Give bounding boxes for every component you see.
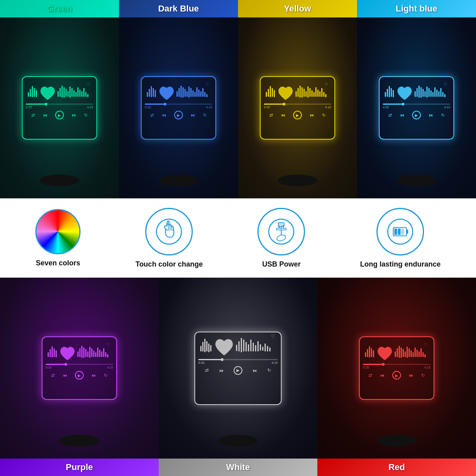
battery-circle bbox=[376, 208, 424, 255]
svg-rect-2 bbox=[32, 86, 33, 97]
svg-rect-28 bbox=[178, 88, 180, 97]
svg-rect-68 bbox=[389, 86, 390, 97]
repeat-icon: ↻ bbox=[104, 373, 107, 378]
svg-rect-31 bbox=[184, 89, 186, 97]
svg-rect-7 bbox=[61, 86, 63, 98]
svg-text:♡: ♡ bbox=[324, 82, 328, 86]
play-button[interactable]: ▶ bbox=[392, 371, 401, 380]
svg-text:♡: ♡ bbox=[106, 342, 110, 347]
play-button[interactable]: ▶ bbox=[55, 111, 64, 119]
svg-rect-69 bbox=[391, 88, 392, 97]
feature-touch: Touch color change bbox=[135, 208, 203, 269]
music-card-light-blue: ♡ 0:20 4:15 ⇄ ⏮ ▶ ⏭ bbox=[379, 76, 454, 140]
svg-rect-133 bbox=[208, 344, 209, 352]
music-card-dark-blue: ♡ 0:20 4:15 ⇄ ⏮ ▶ ⏭ bbox=[141, 76, 216, 140]
svg-text:♡: ♡ bbox=[443, 82, 447, 86]
shuffle-icon: ⇄ bbox=[150, 113, 154, 118]
color-label-light-blue: Light blue bbox=[357, 0, 476, 17]
next-icon: ⏭ bbox=[253, 368, 257, 373]
progress-purple: 0:20 4:15 bbox=[46, 364, 113, 369]
svg-rect-38 bbox=[198, 90, 200, 97]
svg-rect-131 bbox=[204, 339, 205, 352]
top-panels: ♡ 0:20 4:15 ⇄ ⏮ ▶ ⏭ bbox=[0, 17, 476, 198]
svg-rect-111 bbox=[56, 350, 57, 357]
svg-rect-60 bbox=[317, 90, 319, 97]
svg-rect-127 bbox=[107, 354, 108, 357]
svg-rect-117 bbox=[87, 351, 88, 357]
svg-rect-26 bbox=[155, 90, 156, 97]
svg-rect-36 bbox=[194, 92, 196, 97]
controls-green: ⇄ ⏮ ▶ ⏭ ↻ bbox=[26, 111, 93, 119]
next-icon: ⏭ bbox=[409, 373, 413, 378]
svg-rect-34 bbox=[190, 88, 192, 97]
svg-rect-24 bbox=[151, 86, 152, 97]
color-label-red: Red bbox=[317, 459, 476, 476]
lamp-base-purple bbox=[60, 435, 99, 447]
play-button[interactable]: ▶ bbox=[174, 111, 183, 119]
svg-rect-103 bbox=[407, 229, 408, 234]
prev-icon: ⏮ bbox=[281, 113, 285, 117]
repeat-icon: ↻ bbox=[84, 113, 88, 118]
svg-rect-17 bbox=[81, 91, 83, 97]
svg-rect-52 bbox=[301, 87, 303, 98]
svg-rect-167 bbox=[416, 350, 418, 357]
usb-circle: USB bbox=[257, 208, 305, 255]
svg-rect-132 bbox=[206, 341, 207, 351]
svg-rect-44 bbox=[266, 92, 267, 97]
svg-rect-138 bbox=[243, 340, 244, 351]
light-blue-panel: ♡ 0:20 4:15 ⇄ ⏮ ▶ ⏭ bbox=[357, 17, 476, 198]
waveform-yellow: ♡ bbox=[264, 80, 331, 102]
svg-rect-74 bbox=[420, 87, 422, 98]
svg-rect-148 bbox=[267, 346, 268, 351]
svg-rect-145 bbox=[260, 344, 261, 351]
svg-rect-79 bbox=[430, 90, 432, 97]
svg-rect-152 bbox=[367, 349, 368, 357]
svg-rect-144 bbox=[257, 341, 259, 351]
svg-text:♡: ♡ bbox=[205, 82, 209, 86]
svg-rect-67 bbox=[387, 89, 388, 97]
svg-rect-139 bbox=[246, 342, 247, 351]
svg-rect-135 bbox=[236, 345, 237, 351]
music-card-red: ♡ 0:20 4:15 ⇄ ⏮ ▶ ⏭ bbox=[359, 336, 434, 400]
play-button[interactable]: ▶ bbox=[234, 366, 242, 375]
svg-rect-94 bbox=[276, 228, 286, 230]
waveform-green: ♡ bbox=[26, 80, 93, 102]
svg-rect-22 bbox=[147, 92, 148, 97]
play-button[interactable]: ▶ bbox=[412, 111, 421, 119]
svg-rect-118 bbox=[89, 347, 90, 358]
svg-rect-3 bbox=[34, 88, 35, 97]
prev-icon: ⏮ bbox=[63, 373, 67, 378]
shuffle-icon: ⇄ bbox=[369, 373, 372, 378]
prev-icon: ⏮ bbox=[43, 113, 47, 117]
svg-rect-160 bbox=[403, 349, 404, 357]
svg-rect-71 bbox=[415, 91, 416, 97]
svg-rect-81 bbox=[434, 87, 436, 97]
lamp-base-yellow bbox=[278, 175, 317, 186]
repeat-icon: ↻ bbox=[267, 368, 271, 373]
shuffle-icon: ⇄ bbox=[31, 113, 35, 118]
purple-panel: ♡ 0:20 4:15 ⇄ ⏮ ▶ ⏭ bbox=[0, 278, 159, 459]
waveform-purple: ♡ bbox=[46, 340, 113, 362]
play-button[interactable]: ▶ bbox=[75, 371, 84, 380]
svg-rect-49 bbox=[296, 91, 297, 97]
svg-rect-129 bbox=[200, 346, 202, 351]
controls-dark-blue: ⇄ ⏮ ▶ ⏭ ↻ bbox=[145, 111, 212, 119]
svg-rect-62 bbox=[321, 88, 322, 97]
svg-rect-108 bbox=[50, 349, 51, 357]
svg-rect-48 bbox=[274, 90, 275, 97]
svg-rect-114 bbox=[81, 346, 83, 358]
svg-rect-30 bbox=[182, 87, 184, 98]
lamp-base-light-blue bbox=[397, 175, 436, 186]
svg-rect-143 bbox=[255, 345, 256, 351]
controls-yellow: ⇄ ⏮ ▶ ⏭ ↻ bbox=[264, 111, 331, 119]
lamp-base-green bbox=[40, 175, 79, 186]
touch-circle bbox=[145, 208, 193, 255]
svg-rect-23 bbox=[149, 89, 150, 97]
svg-rect-115 bbox=[83, 347, 84, 358]
svg-rect-125 bbox=[103, 348, 104, 357]
svg-rect-70 bbox=[393, 90, 394, 97]
svg-rect-77 bbox=[426, 86, 428, 98]
play-button[interactable]: ▶ bbox=[293, 111, 302, 119]
svg-rect-29 bbox=[180, 86, 182, 98]
lamp-base-red bbox=[377, 435, 416, 447]
